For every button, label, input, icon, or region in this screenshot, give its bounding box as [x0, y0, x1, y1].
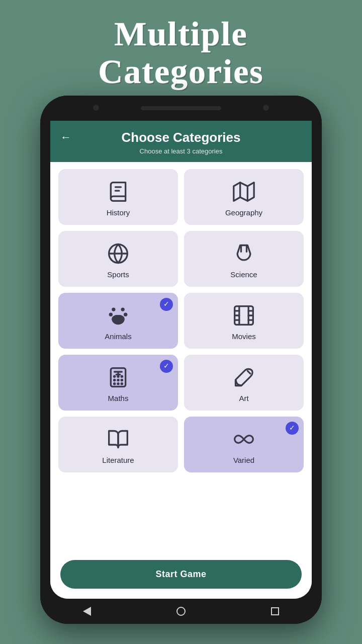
screen-header: ← Choose Categories Choose at least 3 ca…: [50, 121, 312, 162]
category-item-sports[interactable]: Sports: [58, 231, 178, 287]
screen-content: HistoryGeographySportsScienceAnimals✓Mov…: [50, 162, 312, 552]
category-item-history[interactable]: History: [58, 169, 178, 225]
category-item-geography[interactable]: Geography: [184, 169, 304, 225]
varied-check-badge: ✓: [286, 422, 299, 435]
varied-icon: [231, 427, 256, 452]
camera-right: [263, 105, 269, 111]
phone-notch: [40, 96, 322, 121]
categories-grid: HistoryGeographySportsScienceAnimals✓Mov…: [58, 169, 304, 472]
category-item-animals[interactable]: Animals✓: [58, 293, 178, 349]
science-icon: [231, 241, 256, 266]
category-item-maths[interactable]: Maths✓: [58, 355, 178, 411]
screen-subtitle: Choose at least 3 categories: [140, 147, 223, 155]
science-label: Science: [230, 270, 257, 279]
category-item-science[interactable]: Science: [184, 231, 304, 287]
camera-left: [93, 105, 99, 111]
category-item-art[interactable]: Art: [184, 355, 304, 411]
movies-icon: [231, 303, 256, 328]
sports-icon: [106, 241, 131, 266]
geography-icon: [231, 179, 256, 204]
bg-title-line2: Categories: [98, 52, 264, 91]
movies-label: Movies: [232, 332, 256, 341]
start-game-button[interactable]: Start Game: [60, 560, 302, 589]
maths-label: Maths: [108, 394, 129, 403]
screen-bottom: Start Game: [50, 552, 312, 599]
category-item-movies[interactable]: Movies: [184, 293, 304, 349]
maths-check-badge: ✓: [160, 360, 173, 373]
literature-icon: [106, 427, 131, 452]
animals-check-badge: ✓: [160, 298, 173, 311]
back-button[interactable]: ←: [60, 131, 71, 144]
art-icon: [231, 365, 256, 390]
phone-nav-bar: [40, 599, 322, 624]
history-label: History: [107, 208, 130, 217]
phone-frame: ← Choose Categories Choose at least 3 ca…: [40, 96, 322, 624]
phone-screen: ← Choose Categories Choose at least 3 ca…: [50, 121, 312, 599]
page-background: Multiple Categories ← Choose Categories …: [40, 0, 322, 624]
maths-icon: [106, 365, 131, 390]
bg-title-line1: Multiple: [114, 15, 247, 53]
animals-icon: [106, 303, 131, 328]
animals-label: Animals: [105, 332, 131, 341]
bg-title: Multiple Categories: [40, 15, 322, 91]
nav-recent-button[interactable]: [271, 607, 279, 615]
history-icon: [106, 179, 131, 204]
nav-back-button[interactable]: [83, 607, 91, 616]
geography-label: Geography: [225, 208, 262, 217]
category-item-literature[interactable]: Literature: [58, 417, 178, 472]
sports-label: Sports: [107, 270, 129, 279]
literature-label: Literature: [102, 456, 134, 464]
varied-label: Varied: [233, 456, 254, 464]
art-label: Art: [239, 394, 248, 403]
category-item-varied[interactable]: Varied✓: [184, 417, 304, 472]
nav-home-button[interactable]: [176, 607, 186, 616]
screen-title: Choose Categories: [122, 130, 241, 145]
notch-bar: [141, 106, 221, 110]
